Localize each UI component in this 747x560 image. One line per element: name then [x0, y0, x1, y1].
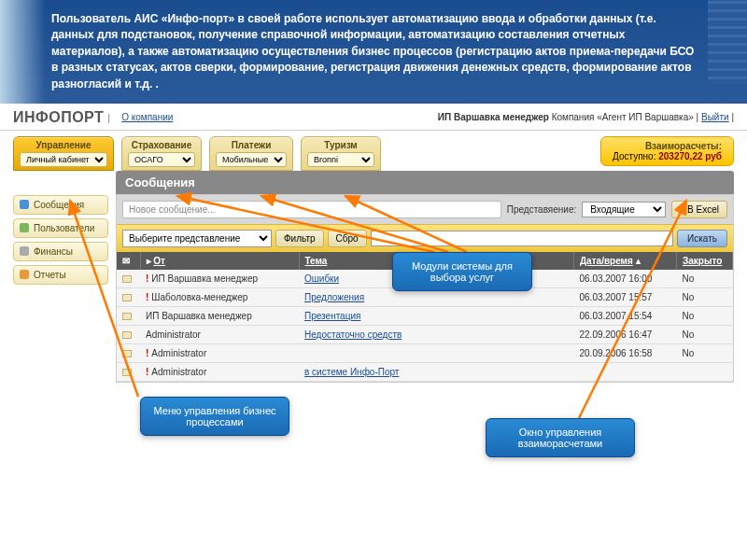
user-name: ИП Варшавка менеджер: [438, 112, 549, 122]
about-link[interactable]: О компании: [121, 112, 173, 122]
search-button[interactable]: Искать: [677, 230, 727, 247]
tab-select[interactable]: Bronni: [307, 152, 374, 167]
envelope-icon: [122, 294, 132, 301]
table-row[interactable]: ИП Варшавка менеджерПрезентация06.03.200…: [117, 306, 733, 325]
balance-value: 203270,22 руб: [658, 151, 722, 161]
logo: ИНФОПОРТ: [13, 109, 104, 126]
envelope-icon: [122, 331, 132, 339]
tab-title: Платежи: [216, 140, 287, 150]
filter-row: Выберите представление Фильтр Сбро Искат…: [117, 224, 733, 252]
top-controls: Новое сообщение... Представяение: Входящ…: [117, 195, 733, 224]
col-from[interactable]: ▸ От: [140, 252, 299, 270]
table-row[interactable]: !Administrator20.09.2006 16:58No: [117, 343, 733, 362]
tab-1[interactable]: СтрахованиеОСАГО: [121, 136, 202, 171]
sidebar: СообщенияПользователиФинансыОтчеты: [13, 171, 108, 383]
search-input[interactable]: [371, 231, 673, 246]
reset-button[interactable]: Сбро: [328, 230, 367, 247]
description-banner: Пользователь АИС «Инфо-порт» в своей раб…: [0, 0, 747, 104]
envelope-icon: [122, 313, 132, 320]
excel-button[interactable]: ▸ В Excel: [671, 201, 727, 218]
view-label: Представяение:: [507, 204, 577, 215]
tab-title: Страхование: [128, 140, 195, 150]
sidebar-icon: [20, 246, 29, 256]
tab-select[interactable]: ОСАГО: [128, 152, 195, 167]
envelope-icon: [122, 350, 132, 357]
banner-text: Пользователь АИС «Инфо-порт» в своей раб…: [51, 12, 694, 91]
tab-3[interactable]: ТуризмBronni: [301, 136, 381, 171]
table-row[interactable]: AdministratorНедостаточно средств22.09.2…: [117, 325, 733, 343]
tab-select[interactable]: Мобильные: [216, 152, 287, 167]
sidebar-label: Пользователи: [34, 223, 94, 233]
company-label: Компания: [552, 112, 595, 122]
subject-link[interactable]: Предложения: [304, 292, 364, 302]
divider: |: [107, 112, 110, 123]
tab-select[interactable]: Личный кабинет: [20, 152, 107, 167]
flag-icon: !: [146, 273, 148, 284]
sidebar-item-1[interactable]: Пользователи: [13, 218, 108, 238]
envelope-icon: ✉: [122, 256, 130, 266]
flag-icon: !: [146, 348, 148, 358]
sidebar-item-0[interactable]: Сообщения: [13, 195, 108, 215]
balance-title: Взаиморасчеты:: [613, 141, 722, 151]
callout-balance: Окно управления взаиморасчетами: [486, 418, 635, 457]
company-name: «Агент ИП Варшавка»: [597, 112, 694, 122]
sidebar-icon: [20, 200, 29, 209]
col-closed[interactable]: Закрыто: [677, 252, 733, 270]
sidebar-item-3[interactable]: Отчеты: [13, 265, 108, 285]
header-user-info: ИП Варшавка менеджер Компания «Агент ИП …: [438, 112, 734, 122]
col-icon[interactable]: ✉: [117, 252, 140, 270]
sidebar-label: Отчеты: [34, 270, 66, 280]
sidebar-item-2[interactable]: Финансы: [13, 242, 108, 261]
new-message-input[interactable]: Новое сообщение...: [122, 201, 501, 218]
sidebar-icon: [20, 223, 29, 232]
subject-link[interactable]: в системе Инфо-Порт: [304, 367, 399, 377]
filter-button[interactable]: Фильтр: [275, 230, 324, 247]
table-row[interactable]: !Administratorв системе Инфо-Порт: [117, 362, 733, 381]
content-header: Сообщения: [116, 171, 734, 194]
filter-select[interactable]: Выберите представление: [122, 230, 272, 247]
callout-menu: Меню управления бизнес процессами: [140, 397, 289, 436]
balance-line: Доступно: 203270,22 руб: [613, 151, 722, 161]
app-header: ИНФОПОРТ | О компании ИП Варшавка менедж…: [0, 104, 747, 131]
tabs-row: УправлениеЛичный кабинетСтрахованиеОСАГО…: [0, 131, 747, 171]
flag-icon: !: [146, 367, 148, 377]
tab-0[interactable]: УправлениеЛичный кабинет: [13, 136, 114, 171]
flag-icon: !: [146, 292, 148, 302]
balance-box[interactable]: Взаиморасчеты: Доступно: 203270,22 руб: [600, 136, 734, 166]
callout-modules: Модули системы для выбора услуг: [392, 252, 532, 291]
subject-link[interactable]: Ошибки: [304, 273, 339, 284]
view-select[interactable]: Входящие: [582, 202, 666, 217]
subject-link[interactable]: Презентация: [304, 311, 360, 321]
sidebar-icon: [20, 270, 29, 279]
tab-2[interactable]: ПлатежиМобильные: [209, 136, 293, 171]
envelope-icon: [122, 369, 132, 376]
tab-title: Управление: [20, 140, 107, 150]
sidebar-label: Финансы: [34, 246, 73, 257]
main-area: СообщенияПользователиФинансыОтчеты Сообщ…: [0, 171, 747, 383]
subject-link[interactable]: Недостаточно средств: [304, 329, 402, 340]
tab-title: Туризм: [307, 140, 374, 150]
logout-link[interactable]: Выйти: [701, 112, 729, 122]
envelope-icon: [122, 275, 132, 283]
balance-label: Доступно:: [613, 151, 655, 161]
sidebar-label: Сообщения: [34, 200, 84, 210]
col-date[interactable]: Дата/время ▴: [574, 252, 677, 270]
